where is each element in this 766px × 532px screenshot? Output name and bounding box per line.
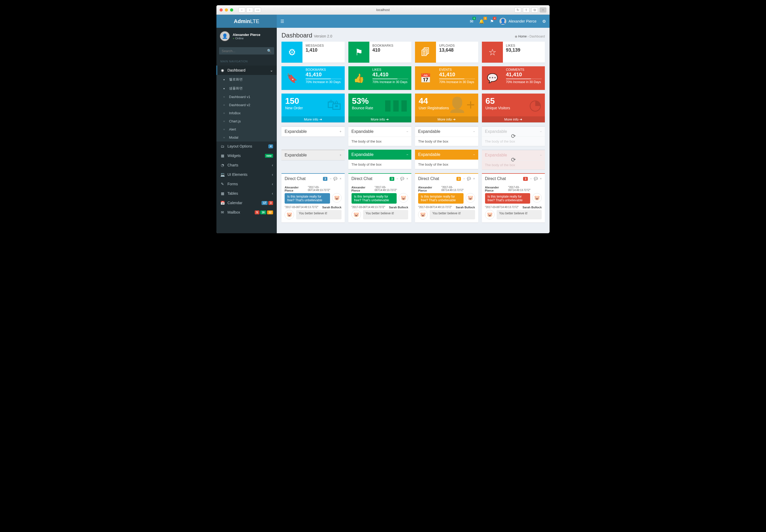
new-tab-button[interactable]: + [539, 7, 546, 13]
chat-message: You better believe it! [296, 210, 342, 219]
plus-icon[interactable]: + [339, 153, 341, 157]
sidebar-item-mailbox[interactable]: ✉Mailbox51612 [217, 208, 277, 217]
gears-icon[interactable]: ⚙ [542, 19, 546, 24]
tasks-icon[interactable]: ⚑4 [490, 19, 494, 24]
info-box-likes: ☆LIKES93,139 [482, 42, 545, 63]
more-info-link[interactable]: More info ➜ [482, 116, 545, 122]
info-box2-likes: 👍LIKES41,41070% Increase in 30 Days [348, 66, 412, 90]
pie-chart-icon: ◔ [220, 163, 225, 167]
sidebar-item-charts[interactable]: ◔Charts‹ [217, 160, 277, 170]
sidebar-item-widgets[interactable]: ▦Widgetsnew [217, 151, 277, 160]
mailbox-badge-1: 5 [255, 210, 260, 214]
sidebar-sub-v2[interactable]: ○Dashboard v2 [217, 101, 277, 109]
user-menu[interactable]: 👤 Alexander Pierce [499, 18, 536, 25]
copy-icon: 🗐 [415, 42, 436, 63]
back-button[interactable]: ‹ [239, 7, 245, 13]
minus-icon[interactable]: − [406, 153, 408, 156]
share-button[interactable]: ⇪ [523, 7, 530, 13]
gear-icon: ⚙ [282, 42, 303, 63]
sidebar-sub-hello[interactable]: ●헬로화면 [217, 75, 277, 84]
search-form: 🔍 [217, 45, 277, 57]
close-icon[interactable]: × [473, 177, 475, 181]
more-info-link[interactable]: More info ➜ [282, 116, 345, 122]
tabs-button[interactable]: ⧉ [531, 7, 538, 13]
sidebar-sub-modal[interactable]: ○Modal [217, 133, 277, 142]
person-add-icon: 👤+ [448, 96, 475, 113]
info-box-uploads: 🗐UPLOADS13,648 [415, 42, 478, 63]
page-subtitle: Version 2.0 [314, 34, 332, 38]
sidebar-item-calendar[interactable]: 📅Calendar173 [217, 198, 277, 208]
th-icon: ▦ [220, 154, 225, 158]
messages-icon[interactable]: ✉6 [470, 19, 473, 24]
minus-icon[interactable]: − [406, 130, 408, 133]
sidebar-sub-alert[interactable]: ○Alert [217, 125, 277, 133]
maximize-window-icon[interactable] [230, 8, 233, 12]
search-input[interactable] [222, 49, 267, 53]
plus-icon[interactable]: + [339, 130, 341, 133]
small-box-bounce: 53%Bounce Rate▮▮▮More info ➜ [348, 94, 412, 122]
search-icon[interactable]: 🔍 [267, 49, 272, 53]
menu-toggle-icon[interactable]: ☰ [281, 19, 284, 24]
minus-icon[interactable]: − [396, 177, 398, 181]
sidebar: AdminLTE 👤 Alexander Pierce ● Online 🔍 M… [217, 15, 277, 233]
calendar-badge-1: 17 [262, 201, 268, 205]
page-title: Dashboard [282, 32, 312, 39]
sidebar-sub-v1[interactable]: ○Dashboard v1 [217, 93, 277, 101]
direct-chat-box: Direct Chat3−💬× Alexander Pierce"2017-03… [282, 173, 345, 222]
sidebar-sub-sample[interactable]: ●샘플화면 [217, 84, 277, 93]
notifications-icon[interactable]: 🔔2 [479, 19, 484, 24]
chevron-left-icon: ‹ [272, 191, 273, 196]
avatar: 🐷 [485, 210, 494, 219]
user-name: Alexander Pierce [233, 33, 261, 37]
comments-icon[interactable]: 💬 [400, 177, 404, 181]
more-info-link[interactable]: More info ➜ [348, 116, 412, 122]
minus-icon[interactable]: − [330, 177, 331, 181]
close-window-icon[interactable] [220, 8, 223, 12]
breadcrumb-home[interactable]: Home [518, 35, 527, 38]
sidebar-item-ui[interactable]: 💻UI Elements‹ [217, 170, 277, 179]
more-info-link[interactable]: More info ➜ [415, 116, 478, 122]
table-icon: ▦ [220, 191, 225, 196]
minus-icon[interactable]: − [530, 177, 532, 181]
minus-icon[interactable]: − [473, 153, 475, 156]
avatar[interactable]: 👤 [220, 31, 230, 41]
bar-chart-icon: ▮▮▮ [384, 96, 408, 113]
expandable-box: Expandable−The body of the box [415, 150, 478, 169]
files-icon: 🗂 [220, 144, 225, 148]
comments-icon[interactable]: 💬 [534, 177, 538, 181]
arrow-circle-icon: ➜ [319, 117, 322, 121]
sidebar-item-tables[interactable]: ▦Tables‹ [217, 189, 277, 198]
avatar: 🐷 [332, 193, 342, 203]
user-status: ● Online [233, 37, 261, 40]
comments-icon[interactable]: 💬 [333, 177, 337, 181]
flag-icon: ⚑ [348, 42, 369, 63]
chat-message: Is this template really for free? That's… [352, 193, 397, 204]
expandable-box: Expandable+ [282, 150, 345, 160]
minimize-window-icon[interactable] [225, 8, 228, 12]
refresh-icon: ⟳ [511, 133, 516, 140]
chevron-left-icon: ‹ [272, 182, 273, 186]
avatar: 🐷 [532, 193, 542, 203]
sidebar-toggle-button[interactable]: ▭ [254, 7, 261, 13]
minus-icon[interactable]: − [540, 130, 542, 133]
sidebar-sub-chartjs[interactable]: ○Chart.js [217, 117, 277, 125]
url-display: localhost [376, 8, 390, 12]
forward-button[interactable]: › [246, 7, 253, 13]
minus-icon[interactable]: − [463, 177, 465, 181]
minus-icon[interactable]: − [540, 153, 542, 157]
sidebar-sub-infobox[interactable]: ○InfoBox [217, 109, 277, 117]
close-icon[interactable]: × [406, 177, 408, 181]
info-box2-comments: 💬COMMENTS41,41070% Increase in 30 Days [482, 66, 545, 90]
close-icon[interactable]: × [339, 177, 341, 181]
sidebar-item-forms[interactable]: ✎Forms‹ [217, 179, 277, 189]
close-icon[interactable]: × [540, 177, 542, 181]
expandable-box: Expandable−The body of the box [348, 126, 412, 146]
comments-icon[interactable]: 💬 [467, 177, 471, 181]
sidebar-item-layout[interactable]: 🗂Layout Options4 [217, 142, 277, 151]
dashboard-icon: ◉ [220, 68, 225, 72]
brand-logo[interactable]: AdminLTE [217, 15, 277, 28]
arrow-circle-icon: ➜ [519, 117, 522, 121]
reload-button[interactable]: ↻ [514, 7, 521, 13]
minus-icon[interactable]: − [473, 130, 475, 133]
sidebar-item-dashboard[interactable]: ◉ Dashboard ⌄ [217, 66, 277, 75]
